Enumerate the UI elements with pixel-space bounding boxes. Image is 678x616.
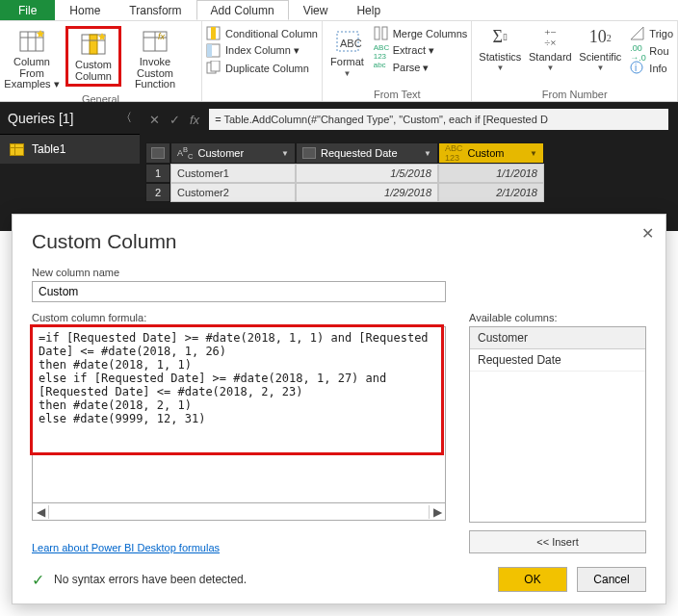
extract-button[interactable]: ABC123Extract ▾ xyxy=(374,43,468,58)
statistics-button[interactable]: Σ▯Statistics▼ xyxy=(476,26,524,73)
queries-header[interactable]: Queries [1] 〈 xyxy=(0,102,140,135)
dropdown-icon[interactable]: ▼ xyxy=(530,149,537,158)
svg-marker-23 xyxy=(631,27,643,39)
round-icon: .00→.0 xyxy=(630,43,644,58)
list-item[interactable]: Requested Date xyxy=(470,349,645,372)
available-columns-list: Customer Requested Date xyxy=(469,326,646,523)
invoke-custom-function-button[interactable]: fx Invoke Custom Function xyxy=(127,26,183,92)
list-item[interactable]: Customer xyxy=(470,327,645,349)
svg-rect-21 xyxy=(375,27,379,39)
cancel-button[interactable]: Cancel xyxy=(577,567,646,592)
col-header-custom[interactable]: ABC123Custom▼ xyxy=(438,142,544,164)
scroll-left-icon[interactable]: ◀ xyxy=(33,505,49,519)
ok-button[interactable]: OK xyxy=(498,567,567,592)
learn-formulas-link[interactable]: Learn about Power BI Desktop formulas xyxy=(32,542,446,553)
dropdown-icon[interactable]: ▼ xyxy=(424,149,431,158)
format-button[interactable]: ABC Format▼ xyxy=(326,26,367,80)
standard-icon: +−÷× xyxy=(536,26,563,49)
syntax-status: No syntax errors have been detected. xyxy=(54,573,488,586)
table-fx-icon: fx xyxy=(141,28,170,55)
query-item-table1[interactable]: Table1 xyxy=(0,135,140,164)
column-from-examples-button[interactable]: Column From Examples ▾ xyxy=(4,26,60,92)
svg-text:i: i xyxy=(635,63,637,73)
close-icon[interactable]: ✕ xyxy=(641,224,654,243)
format-icon: ABC xyxy=(333,28,362,55)
formula-textarea[interactable]: =if [Requested Date] >= #date(2018, 1, 1… xyxy=(32,326,446,503)
menu-help[interactable]: Help xyxy=(342,0,395,20)
menu-add-column[interactable]: Add Column xyxy=(196,0,289,20)
custom-column-dialog: ✕ Custom Column New column name Custom c… xyxy=(12,214,666,604)
info-icon: i xyxy=(630,61,644,75)
column-name-input[interactable] xyxy=(32,281,446,302)
svg-rect-16 xyxy=(207,44,212,57)
svg-rect-6 xyxy=(90,35,97,54)
col-header-customer[interactable]: ABCCustomer▼ xyxy=(170,142,296,164)
parse-button[interactable]: abcParse ▾ xyxy=(374,61,468,75)
table-row[interactable]: 2 Customer2 1/29/2018 2/1/2018 xyxy=(145,183,672,202)
dropdown-icon[interactable]: ▼ xyxy=(281,149,289,158)
menu-home[interactable]: Home xyxy=(55,0,115,20)
insert-button[interactable]: << Insert xyxy=(469,530,646,553)
check-icon: ✓ xyxy=(32,571,44,589)
group-label-from-text: From Text xyxy=(326,88,467,101)
trig-icon xyxy=(630,26,644,40)
avail-cols-label: Available columns: xyxy=(469,312,646,323)
table-row[interactable]: 1 Customer1 1/5/2018 1/1/2018 xyxy=(145,164,672,183)
custom-column-button[interactable]: Custom Column xyxy=(65,26,121,87)
standard-button[interactable]: +−÷×Standard▼ xyxy=(526,26,574,73)
scroll-right-icon[interactable]: ▶ xyxy=(429,505,445,519)
menu-transform[interactable]: Transform xyxy=(115,0,196,20)
dup-col-icon xyxy=(206,61,221,75)
row-header-corner[interactable] xyxy=(145,142,170,164)
dialog-title: Custom Column xyxy=(32,230,646,253)
chevron-left-icon[interactable]: 〈 xyxy=(120,110,132,126)
svg-text:ABC: ABC xyxy=(340,38,362,49)
extract-icon: ABC123 xyxy=(374,43,388,58)
scientific-button[interactable]: 102Scientific▼ xyxy=(576,26,624,73)
table-icon xyxy=(10,143,24,156)
menu-bar: File Home Transform Add Column View Help xyxy=(0,0,678,21)
menu-view[interactable]: View xyxy=(289,0,343,20)
conditional-column-button[interactable]: Conditional Column xyxy=(206,26,318,40)
round-button[interactable]: .00→.0Rou xyxy=(630,43,673,58)
sigma-icon: Σ▯ xyxy=(486,26,513,49)
formula-label: Custom column formula: xyxy=(32,312,446,323)
info-button[interactable]: iInfo xyxy=(630,61,673,75)
sci-icon: 102 xyxy=(587,26,613,49)
fx-icon[interactable]: fx xyxy=(190,113,199,127)
col-header-requested-date[interactable]: Requested Date▼ xyxy=(296,142,438,164)
h-scrollbar[interactable]: ◀ ▶ xyxy=(32,503,446,521)
data-grid: ABCCustomer▼ Requested Date▼ ABC123Custo… xyxy=(140,137,678,208)
cond-col-icon xyxy=(206,26,221,40)
name-label: New column name xyxy=(32,267,646,278)
svg-text:fx: fx xyxy=(158,32,166,41)
formula-input[interactable]: = Table.AddColumn(#"Changed Type", "Cust… xyxy=(209,109,668,130)
merge-icon xyxy=(374,26,388,40)
formula-bar: ✕ ✓ fx = Table.AddColumn(#"Changed Type"… xyxy=(140,102,678,137)
table-highlight-icon xyxy=(79,31,108,58)
table-icon xyxy=(151,147,165,159)
index-column-button[interactable]: Index Column ▾ xyxy=(206,43,318,58)
group-label-from-number: From Number xyxy=(476,88,673,101)
menu-file[interactable]: File xyxy=(0,0,55,20)
table-star-icon xyxy=(17,28,46,55)
ribbon: Column From Examples ▾ Custom Column fx … xyxy=(0,21,678,102)
cancel-formula-icon[interactable]: ✕ xyxy=(149,113,160,127)
queries-panel: Queries [1] 〈 Table1 xyxy=(0,102,140,231)
date-icon xyxy=(302,147,316,159)
trig-button[interactable]: Trigo xyxy=(630,26,673,40)
index-col-icon xyxy=(206,43,221,58)
duplicate-column-button[interactable]: Duplicate Column xyxy=(206,61,318,75)
merge-columns-button[interactable]: Merge Columns xyxy=(374,26,468,40)
svg-rect-22 xyxy=(382,27,387,39)
svg-rect-14 xyxy=(211,27,216,39)
svg-rect-18 xyxy=(211,61,220,71)
accept-formula-icon[interactable]: ✓ xyxy=(170,113,180,127)
parse-icon: abc xyxy=(374,61,388,75)
